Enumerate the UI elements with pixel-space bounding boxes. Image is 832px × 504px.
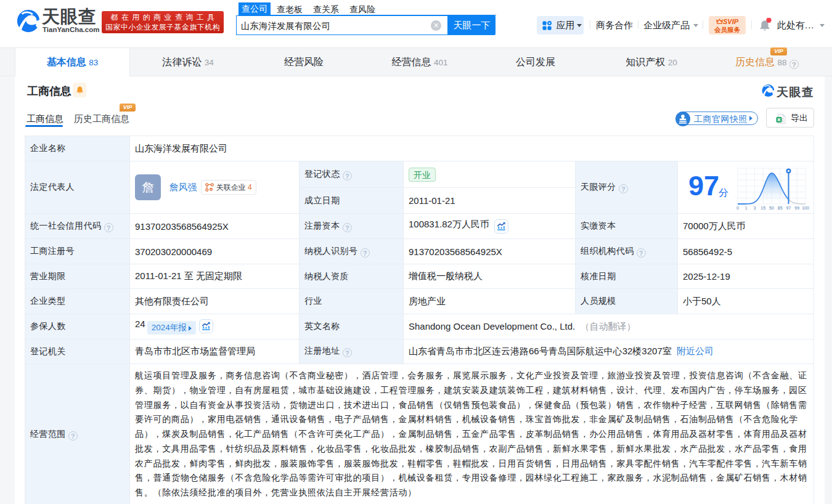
svg-text:85: 85 [778, 206, 783, 210]
svg-text:1: 1 [745, 206, 748, 210]
svg-text:97: 97 [786, 206, 791, 210]
svg-text:3: 3 [754, 206, 756, 210]
svg-text:50: 50 [769, 206, 774, 210]
svg-text:0: 0 [736, 206, 739, 210]
svg-text:99: 99 [794, 206, 799, 210]
svg-text:100: 100 [802, 206, 809, 210]
svg-text:15: 15 [761, 206, 765, 210]
